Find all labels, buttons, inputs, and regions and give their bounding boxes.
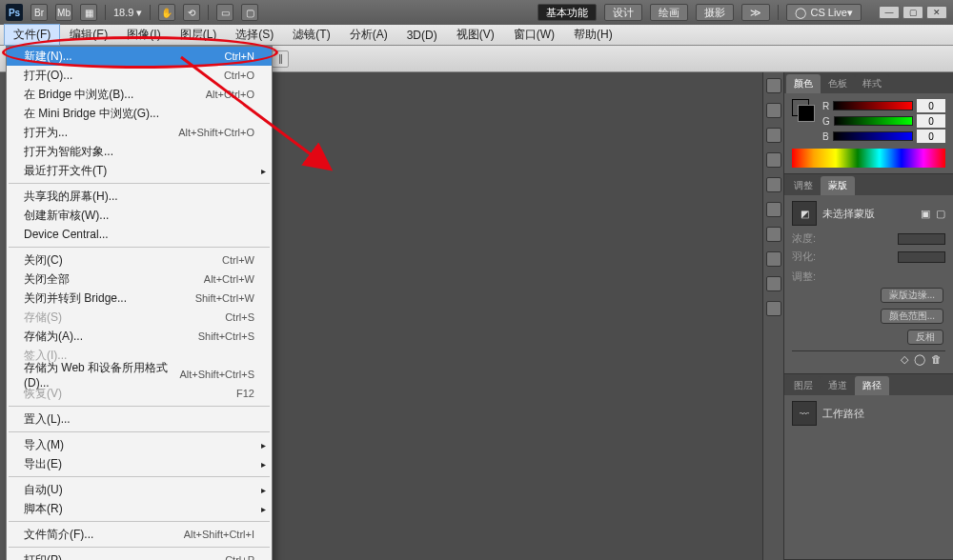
g-value[interactable]: 0 [917,114,945,128]
path-thumb[interactable]: 〰 [792,401,817,426]
vector-mask-icon[interactable]: ▢ [936,208,945,220]
zoom-value[interactable]: 18.9 ▾ [113,7,142,19]
tab-swatches[interactable]: 色板 [821,74,855,93]
workspace-basic-button[interactable]: 基本功能 [537,4,597,21]
dock-icon[interactable] [766,78,781,93]
channel-b-label: B [822,131,829,142]
workspace-photo-button[interactable]: 摄影 [696,4,734,21]
minibridge-icon[interactable]: Mb [55,4,72,21]
invert-button[interactable]: 反相 [907,330,943,345]
menu-bar: 文件(F) 编辑(E) 图像(I) 图层(L) 选择(S) 滤镜(T) 分析(A… [0,25,953,46]
menu-item[interactable]: 创建新审核(W)... [7,206,272,225]
menu-item[interactable]: 自动(U) [7,480,272,499]
menu-item[interactable]: 打开为智能对象... [7,142,272,161]
channel-r-label: R [822,101,829,111]
rotate-icon[interactable]: ⟲ [183,4,200,21]
menu-select[interactable]: 选择(S) [226,24,283,46]
menu-view[interactable]: 视图(V) [447,24,504,46]
mask-thumb: ◩ [792,201,817,226]
opt-icon[interactable]: ‖ [272,50,289,68]
file-menu-dropdown: 新建(N)...Ctrl+N打开(O)...Ctrl+O在 Bridge 中浏览… [6,46,273,560]
tab-color[interactable]: 颜色 [786,74,821,93]
workspace-design-button[interactable]: 设计 [604,4,642,21]
menu-item[interactable]: 导出(E) [7,454,272,473]
menu-item[interactable]: 置入(L)... [7,410,272,429]
menu-item[interactable]: 文件简介(F)...Alt+Shift+Ctrl+I [7,525,272,544]
dock-icon[interactable] [766,103,781,118]
dock-icon[interactable] [766,152,781,168]
dock-icon[interactable] [766,251,781,267]
menu-filter[interactable]: 滤镜(T) [283,24,339,46]
dock-icon[interactable] [766,227,781,242]
menu-item[interactable]: 关闭(C)Ctrl+W [7,250,272,270]
pixel-mask-icon[interactable]: ▣ [921,208,930,220]
menu-3d[interactable]: 3D(D) [397,26,447,45]
menu-item: 恢复(V)F12 [7,384,272,403]
menu-layer[interactable]: 图层(L) [171,24,227,46]
menu-item[interactable]: 在 Mini Bridge 中浏览(G)... [7,104,272,123]
tab-channels[interactable]: 通道 [821,376,855,395]
menu-item[interactable]: 在 Bridge 中浏览(B)...Alt+Ctrl+O [7,85,272,104]
menu-item[interactable]: 关闭并转到 Bridge...Shift+Ctrl+W [7,289,272,308]
color-panel: 颜色 色板 样式 R0 G0 B0 [784,72,953,174]
menu-file[interactable]: 文件(F) [4,24,60,46]
menu-help[interactable]: 帮助(H) [564,24,622,46]
tab-adjustments[interactable]: 调整 [786,176,821,195]
menu-item[interactable]: 最近打开文件(T) [7,161,272,180]
menu-item[interactable]: 关闭全部Alt+Ctrl+W [7,270,272,289]
workspace-paint-button[interactable]: 绘画 [650,4,688,21]
hand-icon[interactable]: ✋ [158,4,175,21]
menu-item[interactable]: 存储为 Web 和设备所用格式(D)...Alt+Shift+Ctrl+S [7,365,272,384]
mask-edge-button[interactable]: 蒙版边缘... [881,288,943,303]
feather-label: 羽化: [792,250,816,264]
menu-item[interactable]: Device Central... [7,225,272,244]
menu-item[interactable]: 脚本(R) [7,499,272,518]
r-value[interactable]: 0 [917,99,945,112]
close-icon[interactable]: ✕ [926,6,947,19]
adjust-label: 调整: [792,270,945,284]
panel-footer-icon[interactable]: ◇ [901,353,908,366]
restore-icon[interactable]: ▢ [902,6,923,19]
r-slider[interactable] [833,101,913,110]
trash-icon[interactable]: 🗑 [931,353,942,366]
dock-icon[interactable] [766,128,781,143]
tab-layers[interactable]: 图层 [786,376,821,395]
menu-window[interactable]: 窗口(W) [504,24,564,46]
mask-status-label: 未选择蒙版 [822,207,875,221]
title-bar: Ps Br Mb ▦ 18.9 ▾ ✋ ⟲ ▭ ▢ 基本功能 设计 绘画 摄影 … [0,0,953,25]
tab-masks[interactable]: 蒙版 [821,176,855,195]
fg-swatch[interactable] [798,105,815,122]
b-slider[interactable] [833,131,913,141]
menu-item[interactable]: 共享我的屏幕(H)... [7,187,272,206]
screenmode-icon[interactable]: ▢ [241,4,258,21]
menu-item: 存储(S)Ctrl+S [7,308,272,327]
menu-item[interactable]: 打开(O)...Ctrl+O [7,66,272,85]
minimize-icon[interactable]: — [879,6,900,19]
menu-item[interactable]: 存储为(A)...Shift+Ctrl+S [7,327,272,346]
menu-item[interactable]: 打印(P)...Ctrl+P [7,550,272,560]
bridge-icon[interactable]: Br [30,4,48,21]
panel-footer-icon[interactable]: ◯ [914,353,925,366]
b-value[interactable]: 0 [917,130,945,143]
menu-item[interactable]: 新建(N)...Ctrl+N [7,47,272,66]
dock-icon-strip [762,72,783,560]
dock-icon[interactable] [766,276,781,291]
dock-icon[interactable] [766,202,781,217]
cslive-button[interactable]: ◯ CS Live ▾ [786,4,862,21]
color-spectrum[interactable] [792,149,945,168]
menu-edit[interactable]: 编辑(E) [60,24,117,46]
g-slider[interactable] [834,116,913,126]
menu-analysis[interactable]: 分析(A) [340,24,397,46]
menu-image[interactable]: 图像(I) [117,24,170,46]
view-extras-icon[interactable]: ▦ [80,4,97,21]
menu-item[interactable]: 导入(M) [7,435,272,454]
workspace-more-button[interactable]: ≫ [741,4,770,21]
path-item-label[interactable]: 工作路径 [822,407,864,421]
dock-icon[interactable] [766,301,781,316]
tab-paths[interactable]: 路径 [855,376,889,395]
menu-item[interactable]: 打开为...Alt+Shift+Ctrl+O [7,123,272,142]
tab-styles[interactable]: 样式 [855,74,889,93]
dock-icon[interactable] [766,177,781,192]
arrange-icon[interactable]: ▭ [216,4,233,21]
color-range-button[interactable]: 颜色范围... [881,309,943,324]
